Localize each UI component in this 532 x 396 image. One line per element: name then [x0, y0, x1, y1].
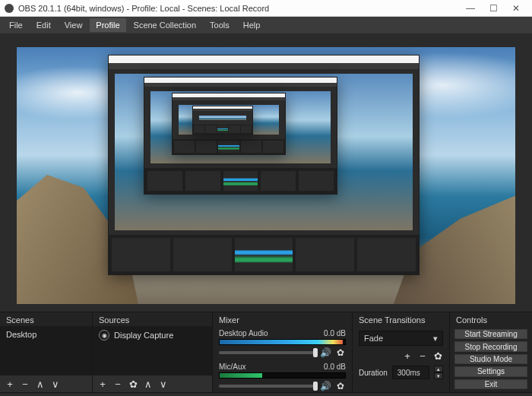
channel-db: 0.0 dB: [324, 329, 346, 337]
duration-spinner[interactable]: ▴▾: [434, 366, 443, 379]
scene-down-button[interactable]: ∨: [50, 379, 61, 389]
scenes-toolbar: + − ∧ ∨: [0, 375, 92, 392]
window-title: OBS 20.1.1 (64bit, windows) - Profile: L…: [18, 4, 269, 13]
scenes-header: Scenes: [0, 312, 92, 326]
menu-help[interactable]: Help: [237, 18, 267, 32]
transition-selected: Fade: [364, 334, 383, 343]
duration-input[interactable]: 300ms: [392, 366, 429, 379]
duration-label: Duration: [359, 369, 388, 377]
channel-db: 0.0 dB: [324, 363, 346, 371]
visibility-toggle-icon[interactable]: ◉: [99, 330, 109, 341]
mixer-channel: Desktop Audio0.0 dB🔊✿: [213, 326, 352, 360]
add-scene-button[interactable]: +: [5, 379, 15, 389]
nested-window: [108, 55, 420, 275]
volume-slider[interactable]: [219, 385, 315, 388]
title-bar: OBS 20.1.1 (64bit, windows) - Profile: L…: [0, 0, 532, 17]
scenes-panel: Scenes Desktop + − ∧ ∨: [0, 312, 93, 392]
menu-profile[interactable]: Profile: [90, 18, 125, 32]
studio-mode-button[interactable]: Studio Mode: [454, 354, 527, 364]
settings-button[interactable]: Settings: [454, 366, 527, 376]
mute-button[interactable]: 🔊: [320, 381, 331, 391]
mute-button[interactable]: 🔊: [320, 347, 331, 358]
sources-panel: Sources ◉Display Capture + − ✿ ∧ ∨: [93, 312, 213, 392]
stop-recording-button[interactable]: Stop Recording: [454, 341, 527, 351]
start-streaming-button[interactable]: Start Streaming: [454, 329, 527, 339]
maximize-button[interactable]: ☐: [482, 3, 505, 14]
transition-settings-button[interactable]: ✿: [432, 350, 443, 361]
app-icon: [5, 4, 14, 13]
scene-up-button[interactable]: ∧: [35, 379, 46, 389]
remove-scene-button[interactable]: −: [20, 379, 30, 389]
mixer-panel: Mixer Desktop Audio0.0 dB🔊✿Mic/Aux0.0 dB…: [213, 312, 353, 392]
add-source-button[interactable]: +: [97, 379, 108, 389]
remove-source-button[interactable]: −: [112, 379, 123, 389]
source-item[interactable]: ◉Display Capture: [93, 326, 212, 344]
transition-select[interactable]: Fade ▾: [359, 331, 443, 346]
transitions-header: Scene Transitions: [353, 312, 449, 326]
nested-window: [172, 93, 286, 155]
source-label: Display Capture: [114, 331, 173, 340]
channel-settings-button[interactable]: ✿: [335, 381, 346, 391]
bottom-panels: Scenes Desktop + − ∧ ∨ Sources ◉Display …: [0, 312, 532, 392]
channel-name: Desktop Audio: [219, 329, 268, 337]
channel-name: Mic/Aux: [219, 363, 246, 371]
sources-toolbar: + − ✿ ∧ ∨: [93, 375, 212, 392]
status-bar: LIVE: 00:00:00 REC: 00:00:55 CPU: 3.3%, …: [0, 392, 532, 396]
nested-window: [192, 106, 253, 135]
menu-tools[interactable]: Tools: [204, 18, 236, 32]
channel-settings-button[interactable]: ✿: [335, 347, 346, 358]
menu-file[interactable]: File: [3, 18, 29, 32]
transitions-panel: Scene Transitions Fade ▾ + − ✿ Duration …: [353, 312, 450, 392]
preview-canvas[interactable]: [17, 47, 515, 304]
source-down-button[interactable]: ∨: [158, 379, 169, 389]
mixer-channel: Mic/Aux0.0 dB🔊✿: [213, 360, 352, 392]
menu-bar: FileEditViewProfileScene CollectionTools…: [0, 17, 532, 33]
sources-header: Sources: [93, 312, 212, 326]
controls-header: Controls: [450, 312, 532, 326]
menu-scene-collection[interactable]: Scene Collection: [128, 18, 203, 32]
exit-button[interactable]: Exit: [454, 379, 527, 389]
source-settings-button[interactable]: ✿: [128, 379, 138, 389]
preview-area: [0, 33, 532, 312]
nested-window: [144, 77, 337, 195]
chevron-down-icon: ▾: [433, 334, 438, 344]
minimize-button[interactable]: —: [459, 3, 482, 14]
scene-item[interactable]: Desktop: [0, 326, 92, 343]
mixer-header: Mixer: [213, 312, 352, 326]
level-meter: [219, 372, 346, 379]
add-transition-button[interactable]: +: [402, 350, 413, 361]
source-up-button[interactable]: ∧: [143, 379, 154, 389]
controls-panel: Controls Start StreamingStop RecordingSt…: [450, 312, 532, 392]
menu-edit[interactable]: Edit: [30, 18, 57, 32]
volume-slider[interactable]: [219, 351, 315, 354]
remove-transition-button[interactable]: −: [417, 350, 428, 361]
level-meter: [219, 339, 346, 345]
menu-view[interactable]: View: [59, 18, 89, 32]
close-button[interactable]: ✕: [505, 3, 527, 14]
